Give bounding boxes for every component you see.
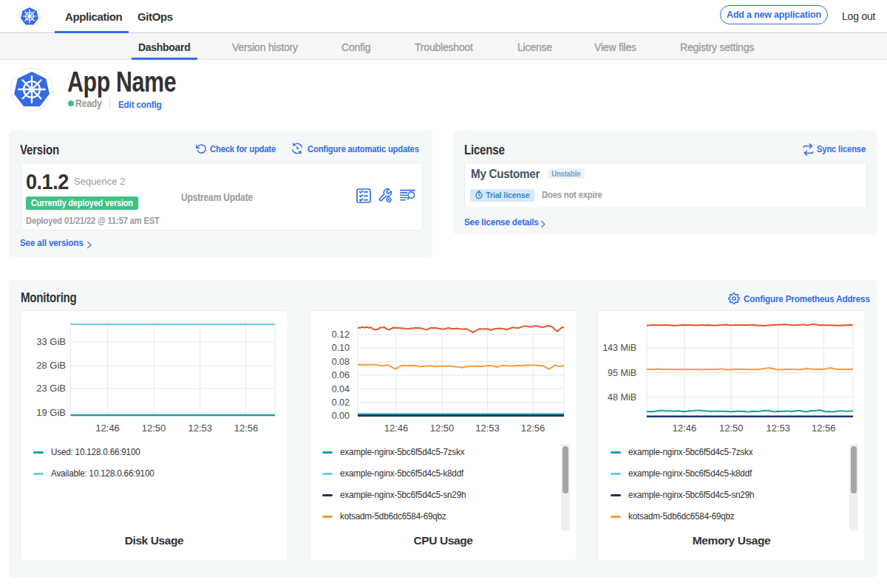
svg-text:0.02: 0.02: [332, 397, 350, 408]
svg-text:0.08: 0.08: [332, 357, 350, 367]
svg-text:0.12: 0.12: [332, 329, 350, 340]
svg-text:12:53: 12:53: [188, 423, 212, 434]
svg-text:28 GiB: 28 GiB: [36, 360, 66, 371]
svg-text:12:50: 12:50: [430, 423, 455, 434]
svg-text:19 GiB: 19 GiB: [36, 407, 66, 418]
svg-text:48 MiB: 48 MiB: [608, 392, 636, 403]
svg-text:12:46: 12:46: [673, 423, 697, 434]
svg-text:0.10: 0.10: [332, 343, 350, 353]
svg-text:12:56: 12:56: [234, 423, 259, 434]
svg-text:12:50: 12:50: [142, 423, 166, 434]
svg-text:12:53: 12:53: [766, 423, 790, 434]
svg-text:95 MiB: 95 MiB: [608, 368, 636, 378]
svg-text:12:46: 12:46: [95, 423, 120, 434]
svg-text:12:53: 12:53: [475, 423, 500, 434]
svg-text:12:46: 12:46: [384, 423, 409, 434]
svg-text:12:50: 12:50: [719, 423, 744, 434]
svg-text:0.06: 0.06: [332, 370, 350, 380]
svg-text:12:56: 12:56: [521, 423, 546, 434]
svg-text:0.04: 0.04: [332, 384, 350, 394]
svg-text:33 GiB: 33 GiB: [36, 336, 66, 347]
svg-text:23 GiB: 23 GiB: [36, 383, 66, 394]
svg-text:12:56: 12:56: [812, 423, 836, 434]
svg-text:0.00: 0.00: [332, 411, 350, 421]
svg-text:143 MiB: 143 MiB: [602, 343, 636, 353]
